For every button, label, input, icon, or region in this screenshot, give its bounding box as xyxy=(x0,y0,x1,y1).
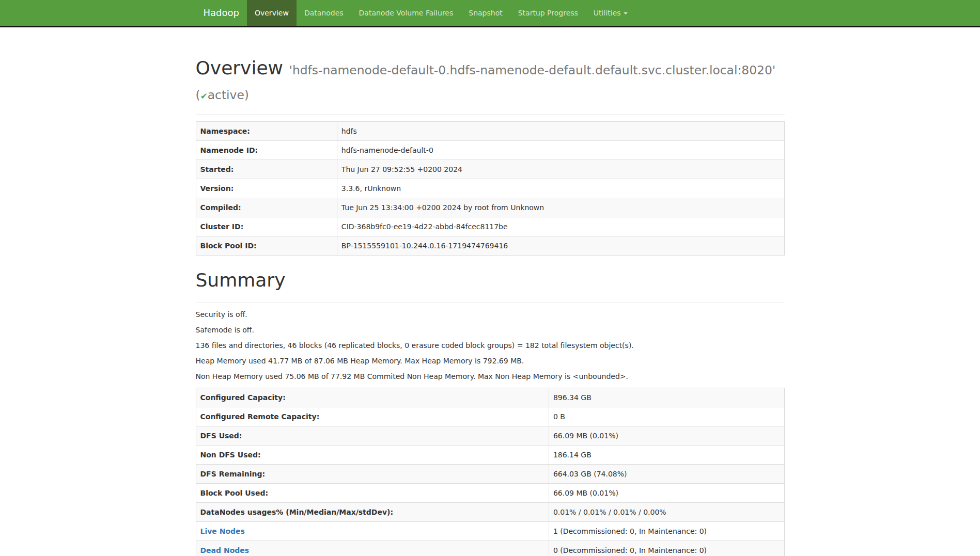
table-row: Namespace:hdfs xyxy=(196,122,784,141)
nav-link-datanodes[interactable]: Datanodes xyxy=(297,0,351,26)
row-value: CID-368b9fc0-ee19-4d22-abbd-84fcec8117be xyxy=(337,217,784,236)
nav-item: Utilities xyxy=(586,0,635,26)
table-row: Compiled:Tue Jun 25 13:34:00 +0200 2024 … xyxy=(196,198,784,217)
row-label: Non DFS Used: xyxy=(196,445,549,464)
table-row: Block Pool ID:BP-1515559101-10.244.0.16-… xyxy=(196,236,784,256)
namenode-info-table: Namespace:hdfsNamenode ID:hdfs-namenode-… xyxy=(196,121,785,256)
summary-line: Safemode is off. xyxy=(196,325,785,335)
row-label: Started: xyxy=(196,160,337,179)
row-value: 3.3.6, rUnknown xyxy=(337,179,784,198)
row-value: 896.34 GB xyxy=(549,388,784,407)
table-row: Live Nodes1 (Decommissioned: 0, In Maint… xyxy=(196,521,784,541)
nav-link-utilities[interactable]: Utilities xyxy=(586,0,635,26)
row-label: Live Nodes xyxy=(196,521,549,541)
row-value: 0.01% / 0.01% / 0.01% / 0.00% xyxy=(549,502,784,521)
row-label: Configured Capacity: xyxy=(196,388,549,407)
nav-item: Startup Progress xyxy=(510,0,586,26)
page-title-text: Overview xyxy=(196,57,284,78)
summary-line: Security is off. xyxy=(196,309,785,320)
row-label: Block Pool ID: xyxy=(196,236,337,256)
row-label: DataNodes usages% (Min/Median/Max/stdDev… xyxy=(196,502,549,521)
summary-line: 136 files and directories, 46 blocks (46… xyxy=(196,340,785,351)
row-value: 0 (Decommissioned: 0, In Maintenance: 0) xyxy=(549,541,784,556)
row-label: Compiled: xyxy=(196,198,337,217)
row-label: Cluster ID: xyxy=(196,217,337,236)
row-value: hdfs-namenode-default-0 xyxy=(337,141,784,160)
row-value: Thu Jun 27 09:52:55 +0200 2024 xyxy=(337,160,784,179)
table-row: Namenode ID:hdfs-namenode-default-0 xyxy=(196,141,784,160)
nav-link-snapshot[interactable]: Snapshot xyxy=(461,0,510,26)
navbar: Hadoop OverviewDatanodesDatanode Volume … xyxy=(0,0,980,27)
navbar-brand[interactable]: Hadoop xyxy=(196,0,247,26)
check-icon: ✔ xyxy=(200,91,208,101)
dead-nodes-link[interactable]: Dead Nodes xyxy=(200,546,250,554)
row-label: Namenode ID: xyxy=(196,141,337,160)
namenode-address: 'hdfs-namenode-default-0.hdfs-namenode-d… xyxy=(289,63,775,77)
summary-line: Non Heap Memory used 75.06 MB of 77.92 M… xyxy=(196,371,785,382)
page-title: Overview 'hdfs-namenode-default-0.hdfs-n… xyxy=(196,56,785,105)
row-value: 66.09 MB (0.01%) xyxy=(549,426,784,445)
table-row: Configured Remote Capacity:0 B xyxy=(196,407,784,426)
nav-item: Snapshot xyxy=(461,0,510,26)
namenode-status: (✔active) xyxy=(196,88,250,102)
row-label: Block Pool Used: xyxy=(196,483,549,502)
nav-item: Overview xyxy=(247,0,297,26)
row-value: BP-1515559101-10.244.0.16-1719474769416 xyxy=(337,236,784,256)
row-label: DFS Used: xyxy=(196,426,549,445)
table-row: Non DFS Used:186.14 GB xyxy=(196,445,784,464)
row-value: 664.03 GB (74.08%) xyxy=(549,464,784,483)
table-row: Block Pool Used:66.09 MB (0.01%) xyxy=(196,483,784,502)
navbar-menu: OverviewDatanodesDatanode Volume Failure… xyxy=(247,0,635,26)
row-value: 1 (Decommissioned: 0, In Maintenance: 0) xyxy=(549,521,784,541)
row-label: Configured Remote Capacity: xyxy=(196,407,549,426)
row-label: Namespace: xyxy=(196,122,337,141)
live-nodes-link[interactable]: Live Nodes xyxy=(200,527,245,535)
nav-link-datanode-volume-failures[interactable]: Datanode Volume Failures xyxy=(351,0,461,26)
table-row: Dead Nodes0 (Decommissioned: 0, In Maint… xyxy=(196,541,784,556)
row-label: Version: xyxy=(196,179,337,198)
row-label: DFS Remaining: xyxy=(196,464,549,483)
divider xyxy=(196,302,785,303)
table-row: DFS Remaining:664.03 GB (74.08%) xyxy=(196,464,784,483)
caret-down-icon xyxy=(624,12,628,14)
row-value: 66.09 MB (0.01%) xyxy=(549,483,784,502)
status-text: active xyxy=(208,88,244,102)
main-content: Overview 'hdfs-namenode-default-0.hdfs-n… xyxy=(188,56,792,556)
nav-link-startup-progress[interactable]: Startup Progress xyxy=(510,0,586,26)
summary-metrics-table: Configured Capacity:896.34 GBConfigured … xyxy=(196,388,785,556)
summary-heading: Summary xyxy=(196,268,785,293)
divider xyxy=(196,114,785,115)
row-value: Tue Jun 25 13:34:00 +0200 2024 by root f… xyxy=(337,198,784,217)
row-value: 186.14 GB xyxy=(549,445,784,464)
table-row: Started:Thu Jun 27 09:52:55 +0200 2024 xyxy=(196,160,784,179)
table-row: Configured Capacity:896.34 GB xyxy=(196,388,784,407)
table-row: Version:3.3.6, rUnknown xyxy=(196,179,784,198)
table-row: Cluster ID:CID-368b9fc0-ee19-4d22-abbd-8… xyxy=(196,217,784,236)
table-row: DFS Used:66.09 MB (0.01%) xyxy=(196,426,784,445)
nav-item: Datanodes xyxy=(297,0,351,26)
row-value: hdfs xyxy=(337,122,784,141)
summary-paragraphs: Security is off.Safemode is off.136 file… xyxy=(196,309,785,382)
summary-line: Heap Memory used 41.77 MB of 87.06 MB He… xyxy=(196,356,785,366)
table-row: DataNodes usages% (Min/Median/Max/stdDev… xyxy=(196,502,784,521)
row-label: Dead Nodes xyxy=(196,541,549,556)
row-value: 0 B xyxy=(549,407,784,426)
nav-item: Datanode Volume Failures xyxy=(351,0,461,26)
nav-link-overview[interactable]: Overview xyxy=(247,0,297,26)
